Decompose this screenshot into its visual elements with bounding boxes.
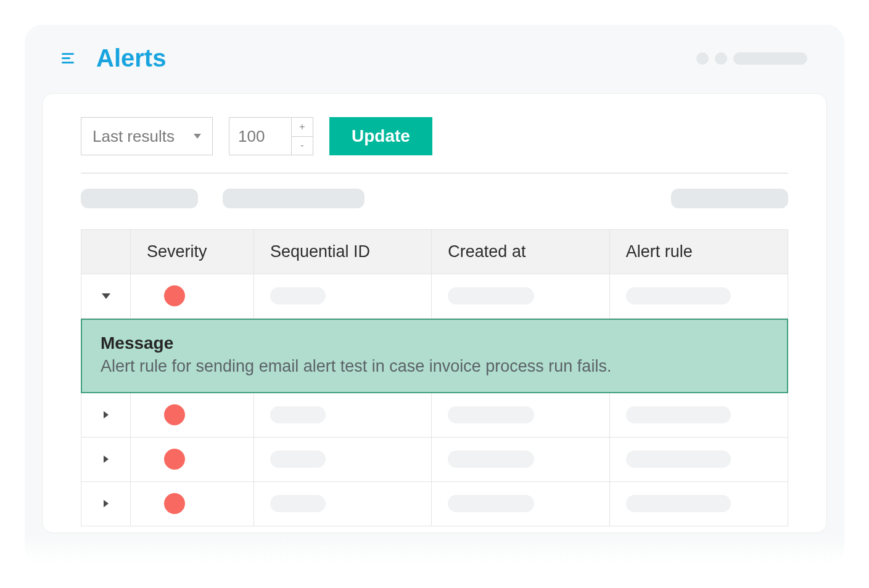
content-card: Last results + - Update Severity Seq <box>42 93 827 533</box>
titlebar-actions <box>696 52 807 65</box>
titlebar-action-placeholder <box>715 52 727 65</box>
message-label: Message <box>101 333 768 353</box>
row-message-panel: Message Alert rule for sending email ale… <box>81 319 788 393</box>
severity-cell <box>131 482 254 526</box>
alert-rule-cell <box>610 393 788 438</box>
filter-placeholder <box>671 189 788 208</box>
severity-indicator-icon <box>164 493 185 514</box>
severity-cell <box>131 438 254 482</box>
severity-cell <box>131 274 254 319</box>
expand-toggle[interactable] <box>81 393 131 438</box>
table-header-expand <box>81 230 131 274</box>
sequential-id-cell <box>254 274 432 319</box>
filter-placeholder <box>223 189 364 208</box>
created-at-cell <box>432 274 609 319</box>
chevron-right-icon <box>104 500 109 507</box>
table-row <box>81 438 788 482</box>
alert-rule-cell <box>610 438 788 482</box>
sequential-id-cell <box>254 482 432 526</box>
table-row <box>81 482 788 526</box>
stepper-down-button[interactable]: - <box>292 137 313 155</box>
created-at-cell <box>432 482 609 526</box>
page-title: Alerts <box>96 44 166 72</box>
secondary-filter-row <box>43 174 826 229</box>
sequential-id-cell <box>254 393 432 438</box>
table-row <box>81 393 788 438</box>
chevron-down-icon <box>102 293 110 299</box>
message-body: Alert rule for sending email alert test … <box>101 357 768 376</box>
table-header-severity[interactable]: Severity <box>131 230 254 274</box>
chevron-right-icon <box>104 455 109 463</box>
chevron-right-icon <box>104 411 109 419</box>
alert-rule-cell <box>610 274 788 319</box>
chevron-down-icon <box>194 134 201 139</box>
created-at-cell <box>432 438 609 482</box>
alerts-table: Severity Sequential ID Created at Alert … <box>81 229 788 526</box>
menu-icon[interactable] <box>62 53 74 63</box>
titlebar-action-placeholder <box>696 52 709 65</box>
results-filter-label: Last results <box>93 127 175 146</box>
sequential-id-cell <box>254 438 432 482</box>
expand-toggle[interactable] <box>81 274 131 319</box>
results-count-stepper: + - <box>229 117 313 155</box>
table-header-created-at[interactable]: Created at <box>432 230 609 274</box>
table-row <box>81 274 788 319</box>
table-header-sequential-id[interactable]: Sequential ID <box>254 230 432 274</box>
filter-toolbar: Last results + - Update <box>43 117 826 173</box>
severity-indicator-icon <box>164 285 185 306</box>
app-window: Alerts Last results + - Update <box>25 25 844 564</box>
titlebar: Alerts <box>25 25 844 83</box>
results-filter-select[interactable]: Last results <box>81 117 213 155</box>
expand-toggle[interactable] <box>81 438 131 482</box>
results-count-input[interactable] <box>229 118 291 155</box>
alert-rule-cell <box>610 482 788 526</box>
update-button[interactable]: Update <box>329 117 432 155</box>
filter-placeholder <box>81 189 198 208</box>
severity-indicator-icon <box>164 449 185 470</box>
titlebar-action-placeholder <box>733 52 807 65</box>
table-header-alert-rule[interactable]: Alert rule <box>610 230 788 274</box>
created-at-cell <box>432 393 609 438</box>
stepper-up-button[interactable]: + <box>292 118 313 137</box>
table-header-row: Severity Sequential ID Created at Alert … <box>81 230 788 274</box>
severity-indicator-icon <box>164 404 185 425</box>
expand-toggle[interactable] <box>81 482 131 526</box>
severity-cell <box>131 393 254 438</box>
